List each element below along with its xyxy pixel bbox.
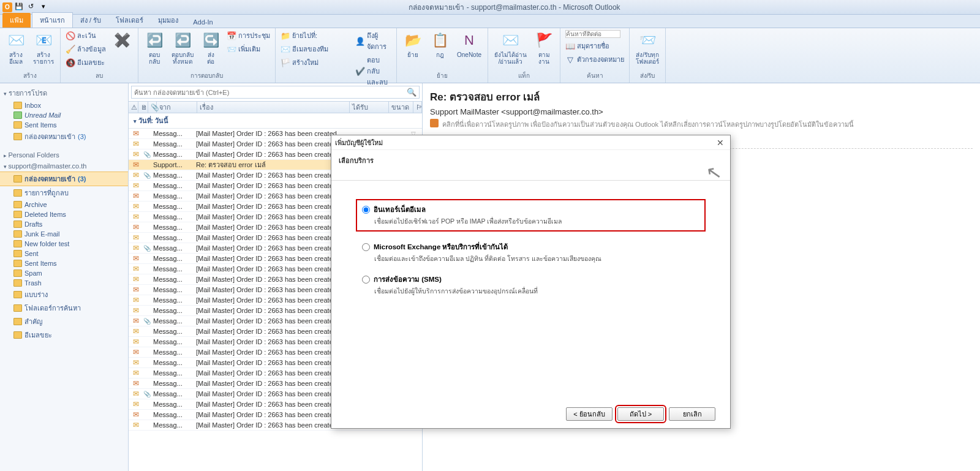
col-size[interactable]: ขนาด: [389, 102, 413, 113]
col-icon[interactable]: ⚠: [129, 102, 138, 113]
tab-sendreceive[interactable]: ส่ง / รับ: [73, 13, 108, 28]
nav-folder[interactable]: Archive: [0, 200, 128, 209]
more-button[interactable]: 📨เพิ่มเติม: [225, 43, 271, 55]
followup-button[interactable]: 🚩ตามงาน: [532, 29, 556, 66]
back-button[interactable]: < ย้อนกลับ: [566, 407, 612, 421]
reply-all-button[interactable]: ↩️ตอบกลับทั้งหมด: [169, 29, 196, 66]
new-email-button[interactable]: ✉️สร้างอีเมล: [4, 29, 28, 66]
undo-icon[interactable]: ↺: [28, 2, 38, 12]
msg-subject: [Mail Master] Order ID : 2663 has been c…: [196, 338, 344, 345]
cancel-button[interactable]: ยกเลิก: [669, 407, 715, 421]
group-label: ย้าย: [401, 70, 484, 81]
nav-deleted[interactable]: รายการที่ถูกลบ: [0, 186, 128, 200]
filter-button[interactable]: ▽ตัวกรองจดหมาย: [564, 53, 625, 66]
nav-folder[interactable]: สำคัญ: [0, 315, 128, 328]
option-sms[interactable]: การส่งข้อความ (SMS) เชื่อมต่อไปยังผู้ให้…: [362, 274, 699, 296]
nav-folder[interactable]: Deleted Items: [0, 209, 128, 219]
tab-view[interactable]: มุมมอง: [151, 13, 186, 28]
nav-fav-mainbox[interactable]: กล่องจดหมายเข้า (3): [0, 130, 128, 143]
ribbon: ✉️สร้างอีเมล 📧สร้างรายการ สร้าง 🚫ละเว้น …: [0, 28, 980, 83]
radio-sms[interactable]: [362, 276, 370, 284]
cleanup-button[interactable]: 🧹ล้างข้อมูล: [64, 43, 107, 55]
msg-from: Support...: [153, 161, 194, 168]
nav-folder[interactable]: อีเมลขยะ: [0, 328, 128, 342]
nav-favorites-header[interactable]: รายการโปรด: [0, 86, 128, 100]
col-received[interactable]: ได้รับ: [350, 102, 389, 113]
reading-subject: Re: ตรวจสอบ error เมล์: [430, 88, 973, 105]
quickstep-tomgr[interactable]: 👤ถึงผู้จัดการ: [354, 29, 393, 53]
onenote-button[interactable]: NOneNote: [454, 29, 484, 59]
search-box[interactable]: 🔍: [131, 86, 420, 99]
msg-subject: [Mail Master] Order ID : 2663 has been c…: [196, 192, 344, 200]
delete-button[interactable]: ✖️: [110, 29, 134, 51]
nav-inbox[interactable]: กล่องจดหมายเข้า (3): [0, 171, 128, 186]
quickstep-moveto[interactable]: 📁ย้ายไปที่:: [279, 29, 352, 42]
tab-home[interactable]: หน้าแรก: [32, 12, 73, 28]
nav-folder[interactable]: แบบร่าง: [0, 288, 128, 301]
tab-folder[interactable]: โฟลเดอร์: [108, 13, 151, 28]
junk-button[interactable]: 🚯อีเมลขยะ: [64, 56, 107, 69]
nav-folder[interactable]: โฟลเดอร์การค้นหา: [0, 301, 128, 315]
nav-fav-sent[interactable]: Sent Items: [0, 120, 128, 130]
meeting-button[interactable]: 📅การประชุม: [225, 29, 271, 42]
ignore-button[interactable]: 🚫ละเว้น: [64, 29, 107, 42]
nav-folder[interactable]: Trash: [0, 278, 128, 288]
quickstep-teamemail[interactable]: ✉️อีเมลของทีม: [279, 43, 352, 55]
attachment-icon: 📎: [143, 245, 151, 252]
col-attach[interactable]: 📎: [148, 102, 157, 113]
col-flag[interactable]: 🏳: [413, 102, 422, 113]
tab-addin[interactable]: Add-In: [186, 17, 220, 28]
option-exchange[interactable]: Microsoft Exchange หรือบริการที่เข้ากันไ…: [362, 241, 699, 264]
nav-folder[interactable]: New folder test: [0, 239, 128, 249]
col-item[interactable]: 🗎: [138, 102, 148, 113]
qat-dropdown-icon[interactable]: ▾: [42, 2, 51, 12]
msg-from: Messag...: [153, 317, 194, 325]
option-internet-email[interactable]: อินเทอร์เน็ตอีเมล เชื่อมต่อไปยังเซิร์ฟเว…: [356, 199, 706, 232]
search-icon[interactable]: 🔍: [407, 88, 417, 97]
find-contact-input[interactable]: [564, 29, 625, 39]
tab-file[interactable]: แฟ้ม: [2, 13, 31, 28]
rules-button[interactable]: 📋กฎ: [428, 29, 452, 59]
col-subject[interactable]: เรื่อง: [197, 102, 350, 113]
reply-button[interactable]: ↩️ตอบกลับ: [142, 29, 167, 66]
attachment-icon: 📎: [143, 172, 151, 179]
move-button[interactable]: 📂ย้าย: [401, 29, 425, 59]
nav-account-header[interactable]: support@mailmaster.co.th: [0, 160, 128, 171]
radio-internet-email[interactable]: [362, 206, 370, 214]
msg-from: Messag...: [153, 234, 194, 241]
folder-icon: [13, 331, 22, 339]
col-from[interactable]: จาก: [157, 102, 197, 113]
group-today[interactable]: วันที่: วันนี้: [129, 113, 422, 129]
ribbon-group-delete: 🚫ละเว้น 🧹ล้างข้อมูล 🚯อีเมลขยะ ✖️ ลบ: [61, 28, 138, 83]
unread-button[interactable]: ✉️ยังไม่ได้อ่าน/อ่านแล้ว: [492, 29, 529, 66]
save-icon[interactable]: 💾: [15, 2, 24, 12]
sendreceive-all-button[interactable]: 📨ส่ง/รับทุกโฟลเดอร์: [633, 29, 662, 66]
nav-folder[interactable]: Spam: [0, 268, 128, 278]
nav-folder[interactable]: Sent Items: [0, 258, 128, 268]
nav-folder[interactable]: Drafts: [0, 219, 128, 229]
envelope-icon: ✉: [131, 379, 141, 388]
search-input[interactable]: [134, 89, 407, 96]
radio-exchange[interactable]: [362, 243, 370, 251]
addressbook-button[interactable]: 📖สมุดรายชื่อ: [564, 40, 625, 52]
msg-subject: [Mail Master] Order ID : 2663 has been c…: [196, 359, 344, 366]
next-button[interactable]: ถัดไป >: [617, 407, 664, 421]
quickstep-new[interactable]: 🏳️สร้างใหม่: [279, 56, 352, 69]
quick-access-toolbar: 💾 ↺ ▾: [15, 2, 51, 12]
forward-button[interactable]: ↪️ส่งต่อ: [198, 29, 223, 66]
envelope-icon: ✉: [131, 160, 141, 169]
folder-icon: [13, 318, 22, 325]
msg-from: Messag...: [153, 140, 194, 148]
nav-fav-unread[interactable]: Unread Mail: [0, 110, 128, 120]
nav-fav-inbox[interactable]: Inbox: [0, 100, 128, 110]
nav-personal-header[interactable]: Personal Folders: [0, 149, 128, 160]
envelope-icon: ✉: [131, 369, 141, 377]
new-items-button[interactable]: 📧สร้างรายการ: [31, 29, 56, 66]
nav-folder[interactable]: Junk E-mail: [0, 229, 128, 239]
nav-folder[interactable]: Sent: [0, 249, 128, 258]
msg-subject: [Mail Master] Order ID : 2663 has been c…: [196, 390, 344, 398]
rules-icon: 📋: [430, 31, 450, 50]
msg-from: Messag...: [153, 307, 194, 314]
reading-info-bar[interactable]: คลิกที่นี่เพื่อดาวน์โหลดรูปภาพ เพื่อป้อง…: [430, 119, 973, 130]
close-icon[interactable]: ✕: [714, 138, 726, 148]
